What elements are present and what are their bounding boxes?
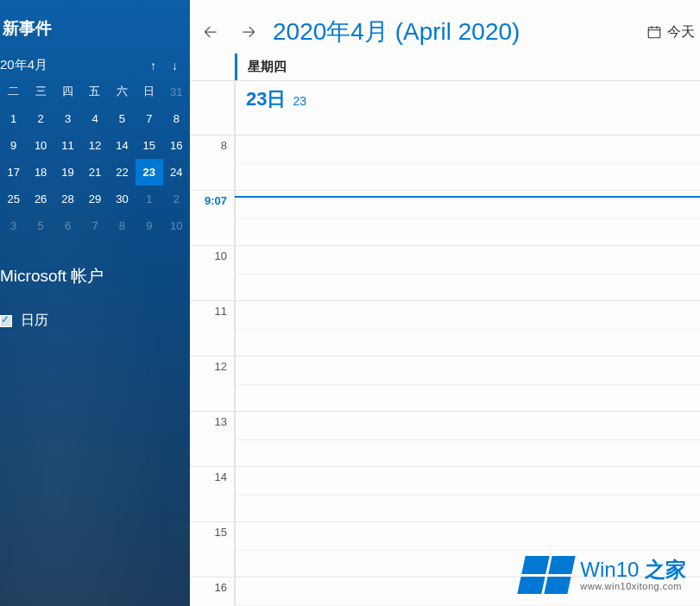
mini-day-cell[interactable]: 16 [163, 132, 190, 159]
mini-day-cell[interactable]: 8 [109, 212, 136, 239]
mini-day-cell[interactable]: 30 [109, 186, 136, 212]
mini-day-cell[interactable]: 24 [163, 159, 190, 186]
sidebar: 新事件 20年4月 ↑ ↓ 二三四五六日31123457891011121415… [0, 0, 190, 606]
hour-label: 11 [190, 301, 235, 356]
mini-day-cell[interactable]: 10 [27, 132, 54, 159]
mini-day-cell[interactable]: 1 [0, 105, 27, 132]
hour-label: 15 [190, 522, 235, 577]
mini-weekday-header: 二 [0, 79, 27, 105]
weekday-header: 星期四 [235, 54, 700, 80]
main-area: 2020年4月 (April 2020) 今天 星期四 23日 23 89:07… [190, 0, 700, 606]
hour-row[interactable]: 12 [190, 356, 700, 411]
mini-day-cell[interactable]: 11 [54, 132, 81, 159]
mini-day-cell[interactable]: 12 [81, 132, 108, 159]
mini-day-cell[interactable]: 25 [0, 186, 27, 212]
mini-weekday-header: 四 [54, 79, 81, 105]
lunar-number: 23 [293, 94, 306, 108]
mini-weekday-header: 日 [136, 79, 162, 105]
mini-day-cell[interactable]: 17 [0, 159, 27, 186]
mini-calendar-grid: 二三四五六日3112345789101112141516171819212223… [0, 79, 190, 239]
mini-weekday-header: 三 [27, 79, 54, 105]
mini-day-cell[interactable]: 23 [136, 159, 162, 186]
hour-cell[interactable] [235, 191, 700, 245]
hour-cell[interactable] [235, 246, 700, 300]
calendar-checkbox[interactable] [0, 315, 12, 327]
day-number: 23日 [246, 86, 286, 112]
page-title: 2020年4月 (April 2020) [273, 16, 636, 48]
calendar-icon [646, 24, 662, 40]
topbar: 2020年4月 (April 2020) 今天 [190, 0, 700, 54]
hour-row[interactable]: 10 [190, 245, 700, 300]
next-month-icon[interactable]: ↓ [172, 59, 178, 73]
mini-day-cell[interactable]: 8 [163, 105, 190, 132]
mini-day-cell[interactable]: 9 [136, 212, 162, 239]
prev-month-icon[interactable]: ↑ [150, 59, 156, 73]
hour-row[interactable]: 8 [190, 135, 700, 190]
svg-rect-0 [648, 28, 660, 38]
calendar-name: 日历 [21, 312, 48, 330]
mini-day-cell[interactable]: 7 [81, 212, 108, 239]
mini-day-cell[interactable]: 26 [27, 186, 54, 212]
mini-day-cell[interactable]: 2 [27, 105, 54, 132]
hour-cell[interactable] [235, 467, 700, 521]
hour-row[interactable]: 13 [190, 411, 700, 466]
mini-day-cell[interactable]: 1 [136, 186, 162, 212]
today-label: 今天 [667, 23, 695, 41]
mini-month-label: 20年4月 [0, 57, 150, 73]
mini-day-cell[interactable]: 4 [81, 105, 108, 132]
mini-day-cell[interactable]: 5 [109, 105, 136, 132]
hour-cell[interactable] [235, 412, 700, 466]
windows-logo-icon [518, 556, 576, 594]
hour-row[interactable]: 9:07 [190, 190, 700, 245]
mini-day-cell[interactable]: 3 [54, 105, 81, 132]
hour-row[interactable]: 14 [190, 466, 700, 521]
mini-day-cell[interactable]: 21 [81, 159, 108, 186]
hour-label: 14 [190, 467, 235, 521]
mini-day-cell[interactable]: 2 [163, 186, 190, 212]
hour-cell[interactable] [235, 357, 700, 411]
new-event-button[interactable]: 新事件 [0, 0, 190, 52]
hour-label: 9:07 [190, 191, 235, 245]
mini-day-cell[interactable]: 29 [81, 186, 108, 212]
mini-day-cell[interactable]: 14 [109, 132, 136, 159]
mini-weekday-header: 六 [109, 79, 136, 105]
mini-day-cell[interactable]: 15 [136, 132, 162, 159]
hour-cell[interactable] [235, 136, 700, 190]
mini-day-cell[interactable]: 9 [0, 132, 27, 159]
prev-period-button[interactable] [197, 18, 224, 46]
hour-cell[interactable] [235, 301, 700, 356]
mini-day-cell[interactable]: 28 [54, 186, 81, 212]
weekday-header-row: 星期四 [190, 54, 700, 81]
hour-label: 8 [190, 136, 235, 190]
mini-day-cell[interactable]: 18 [27, 159, 54, 186]
time-grid[interactable]: 89:0710111213141516 [190, 135, 700, 606]
mini-day-cell[interactable]: 31 [163, 79, 190, 105]
watermark: Win10 之家 www.win10xitong.com [521, 556, 686, 594]
mini-day-cell[interactable]: 5 [27, 212, 54, 239]
mini-day-cell[interactable]: 19 [54, 159, 81, 186]
current-time-line [235, 196, 700, 198]
hour-label: 10 [190, 246, 235, 300]
mini-day-cell[interactable]: 22 [109, 159, 136, 186]
hour-label: 12 [190, 357, 235, 411]
allday-row: 23日 23 [190, 81, 700, 135]
mini-day-cell[interactable]: 6 [54, 212, 81, 239]
calendar-list-item[interactable]: 日历 [0, 312, 190, 330]
mini-weekday-header: 五 [81, 79, 108, 105]
mini-calendar: 20年4月 ↑ ↓ 二三四五六日311234578910111214151617… [0, 52, 190, 239]
allday-cell[interactable]: 23日 23 [235, 81, 700, 135]
hour-label: 16 [190, 578, 235, 606]
today-button[interactable]: 今天 [646, 23, 700, 41]
mini-day-cell[interactable]: 7 [136, 105, 162, 132]
next-period-button[interactable] [235, 18, 262, 46]
hour-label: 13 [190, 412, 235, 466]
mini-day-cell[interactable]: 3 [0, 212, 27, 239]
mini-day-cell[interactable]: 10 [163, 212, 190, 239]
account-label[interactable]: Microsoft 帐户 [0, 265, 190, 287]
hour-row[interactable]: 11 [190, 300, 700, 356]
